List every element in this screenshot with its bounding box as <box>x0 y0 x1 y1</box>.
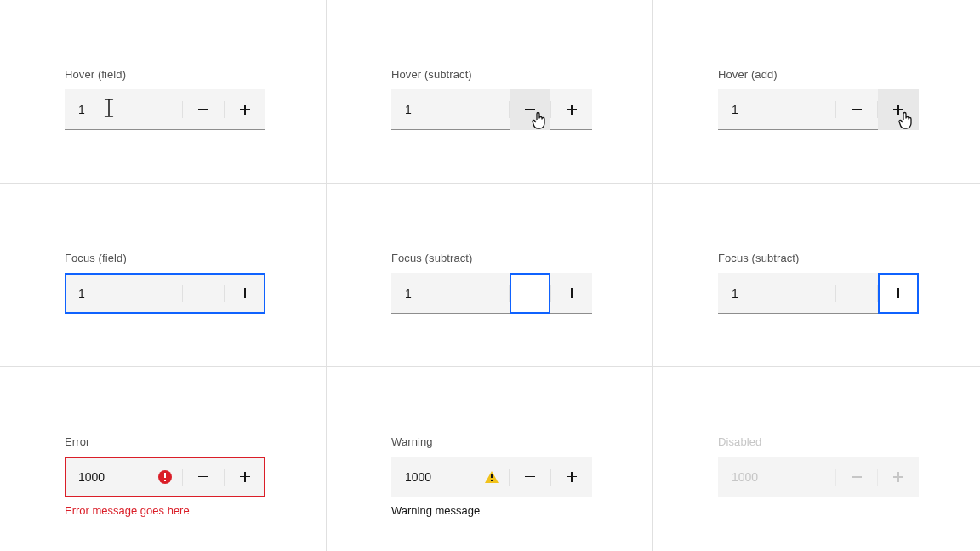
cell-hover-subtract: Hover (subtract) 1 <box>327 0 653 184</box>
cell-focus-field: Focus (field) 1 <box>0 184 327 367</box>
subtract-button[interactable] <box>183 273 224 314</box>
add-button[interactable] <box>225 89 265 130</box>
state-label: Hover (field) <box>65 68 261 81</box>
error-message: Error message goes here <box>65 504 261 517</box>
add-button[interactable] <box>878 89 919 130</box>
cell-hover-add: Hover (add) 1 <box>653 0 980 184</box>
cell-focus-subtract: Focus (subtract) 1 <box>327 184 653 367</box>
subtract-button[interactable] <box>183 89 224 130</box>
state-label: Hover (add) <box>718 68 915 81</box>
subtract-button[interactable] <box>510 273 550 314</box>
number-input: 1 <box>718 273 919 314</box>
number-input: 1 <box>65 273 265 314</box>
subtract-button[interactable] <box>510 457 550 497</box>
number-input-value[interactable]: 1000 <box>65 470 157 484</box>
number-input-value[interactable]: 1 <box>391 103 509 116</box>
cell-hover-field: Hover (field) 1 <box>0 0 327 184</box>
subtract-button <box>836 457 877 497</box>
number-input: 1000 <box>65 457 265 497</box>
state-label: Hover (subtract) <box>391 68 588 81</box>
subtract-button[interactable] <box>510 89 550 130</box>
state-label: Warning <box>391 435 588 448</box>
number-input-value: 1000 <box>718 470 835 484</box>
cell-focus-add: Focus (subtract) 1 <box>653 184 980 367</box>
state-label: Focus (subtract) <box>718 252 915 264</box>
add-button[interactable] <box>551 89 592 130</box>
state-label: Error <box>65 435 261 448</box>
state-label: Focus (subtract) <box>391 252 588 264</box>
number-input-value[interactable]: 1 <box>718 287 835 300</box>
subtract-button[interactable] <box>836 89 877 130</box>
add-button[interactable] <box>225 273 265 314</box>
number-input-value[interactable]: 1 <box>65 287 182 300</box>
add-button[interactable] <box>878 273 919 314</box>
add-button[interactable] <box>551 273 592 314</box>
number-input-value[interactable]: 1 <box>65 103 182 116</box>
add-button[interactable] <box>551 457 592 497</box>
error-icon <box>157 469 174 486</box>
subtract-button[interactable] <box>836 273 877 314</box>
cell-warning: Warning 1000 Warning message <box>327 367 653 551</box>
add-button <box>878 457 919 497</box>
add-button[interactable] <box>225 457 265 497</box>
number-input-value[interactable]: 1000 <box>391 470 483 484</box>
number-input: 1 <box>391 89 592 130</box>
number-input: 1 <box>391 273 592 314</box>
state-label: Disabled <box>718 435 915 448</box>
number-input: 1 <box>65 89 265 130</box>
number-input-states-grid: Hover (field) 1 Hover (subtract) 1 Hover… <box>0 0 980 551</box>
warning-message: Warning message <box>391 504 588 517</box>
number-input-value[interactable]: 1 <box>718 103 835 116</box>
number-input-value[interactable]: 1 <box>391 287 509 300</box>
warning-icon <box>483 469 500 486</box>
cell-error: Error 1000 Error message goes here <box>0 367 327 551</box>
state-label: Focus (field) <box>65 252 261 264</box>
number-input: 1 <box>718 89 919 130</box>
cell-disabled: Disabled 1000 <box>653 367 980 551</box>
number-input: 1000 <box>391 457 592 497</box>
subtract-button[interactable] <box>183 457 224 497</box>
number-input: 1000 <box>718 457 919 497</box>
